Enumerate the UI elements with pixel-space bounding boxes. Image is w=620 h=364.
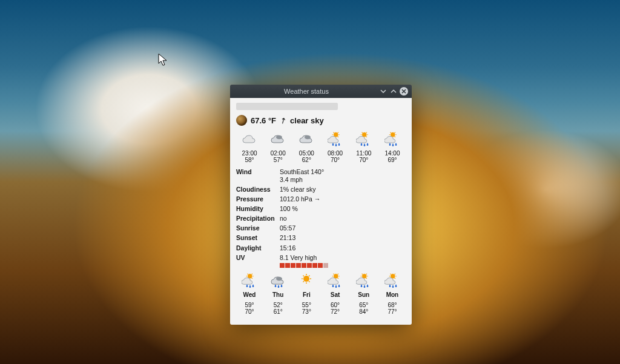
detail-row-sunrise: Sunrise05:57 [236,224,406,233]
window-titlebar[interactable]: Weather status [230,85,412,98]
svg-point-0 [276,135,282,139]
daily-high: 70° [236,308,263,315]
daily-low: 55° [293,302,320,308]
weather-icon [379,132,406,148]
svg-line-73 [395,274,395,275]
hourly-cell: 02:0057° [265,132,291,163]
svg-point-38 [276,277,282,281]
weather-icon [236,132,263,148]
detail-value: 21:13 [280,234,406,242]
hourly-time: 02:00 [265,150,291,157]
detail-row-cloudiness: Cloudiness1% clear sky [236,184,406,194]
weather-icon [351,132,377,148]
uv-index-blocks [280,263,406,268]
weather-icon [293,273,320,289]
weather-icon [265,273,291,289]
hourly-temp: 58° [236,157,263,163]
hourly-time: 05:00 [293,150,320,157]
detail-row-wind: WindSouthEast 140°3.4 mph [236,167,406,184]
hourly-time: 14:00 [379,150,406,157]
desktop-wallpaper: Weather status 67.6 °F ↗ clear sky 23:00… [0,0,620,364]
hourly-temp: 69° [379,157,406,163]
svg-line-8 [337,137,338,137]
detail-row-sunset: Sunset21:13 [236,233,406,243]
hourly-temp: 70° [322,157,349,163]
detail-label: Precipitation [236,215,280,223]
detail-label: Cloudiness [236,186,280,193]
daily-day: Wed [236,291,263,298]
svg-line-36 [252,274,252,275]
detail-row-uv: UV8.1 Very high [236,253,406,268]
svg-line-53 [333,274,334,275]
detail-label: Sunrise [236,224,280,232]
detail-row-daylight: Daylight15:16 [236,243,406,253]
hourly-time: 11:00 [351,150,377,157]
current-temp: 67.6 °F [251,116,276,125]
daily-high: 73° [293,308,320,315]
hourly-temp: 62° [293,157,320,163]
daily-low: 52° [265,302,291,308]
detail-value: 1012.0 hPa → [280,195,406,203]
maximize-button[interactable] [389,87,398,96]
svg-line-62 [361,274,362,275]
svg-line-45 [309,281,310,282]
svg-line-35 [252,278,252,279]
detail-value: 05:57 [280,224,406,232]
hourly-cell: 11:0070° [351,132,377,163]
weather-icon [322,132,349,148]
moon-icon [236,115,247,126]
svg-line-17 [366,137,367,137]
svg-line-18 [366,132,367,133]
detail-label: Wind [236,168,280,184]
minimize-button[interactable] [379,87,388,96]
svg-line-44 [303,276,305,277]
svg-line-64 [366,274,367,275]
window-body: 67.6 °F ↗ clear sky 23:0058°02:0057°05:0… [230,98,412,325]
weather-status-window: Weather status 67.6 °F ↗ clear sky 23:00… [230,85,412,325]
weather-icon [236,273,263,289]
svg-line-27 [395,132,395,133]
detail-label: Sunset [236,234,280,242]
weather-icon [322,273,349,289]
detail-value: SouthEast 140°3.4 mph [280,168,406,184]
daily-cell: Fri55°73° [293,273,320,315]
hourly-cell: 14:0069° [379,132,406,163]
detail-label: UV [236,254,280,268]
trend-arrow-icon: ↗ [278,115,288,126]
daily-cell: Sun65°84° [351,273,377,315]
daily-low: 60° [322,302,349,308]
hourly-cell: 23:0058° [236,132,263,163]
svg-line-16 [361,132,362,133]
hourly-forecast-row: 23:0058°02:0057°05:0062°08:0070°11:0070°… [236,132,406,163]
daily-day: Mon [379,291,406,298]
daily-forecast-row: Wed59°70°Thu52°61°Fri55°73°Sat60°72°Sun6… [236,273,406,315]
detail-value: 8.1 Very high [280,254,406,268]
detail-value: no [280,215,406,223]
close-button[interactable] [400,87,408,96]
svg-line-63 [366,278,367,279]
svg-line-55 [337,274,338,275]
svg-line-71 [391,274,391,275]
daily-day: Thu [265,291,291,298]
hourly-temp: 57° [265,157,291,163]
window-controls [379,87,408,96]
hourly-time: 08:00 [322,150,349,157]
detail-value: 15:16 [280,244,406,252]
weather-details: WindSouthEast 140°3.4 mphCloudiness1% cl… [236,167,406,268]
svg-line-54 [337,278,338,279]
daily-day: Sat [322,291,349,298]
daily-day: Fri [293,291,320,298]
hourly-cell: 05:0062° [293,132,320,163]
daily-high: 77° [379,308,406,315]
daily-low: 65° [351,302,377,308]
svg-line-9 [337,132,338,133]
current-condition: clear sky [290,116,324,125]
window-title: Weather status [234,88,379,95]
svg-line-34 [248,274,248,275]
hourly-cell: 08:0070° [322,132,349,163]
detail-label: Pressure [236,195,280,203]
weather-icon [293,132,320,148]
daily-high: 72° [322,308,349,315]
detail-value: 1% clear sky [280,186,406,193]
daily-high: 84° [351,308,377,315]
